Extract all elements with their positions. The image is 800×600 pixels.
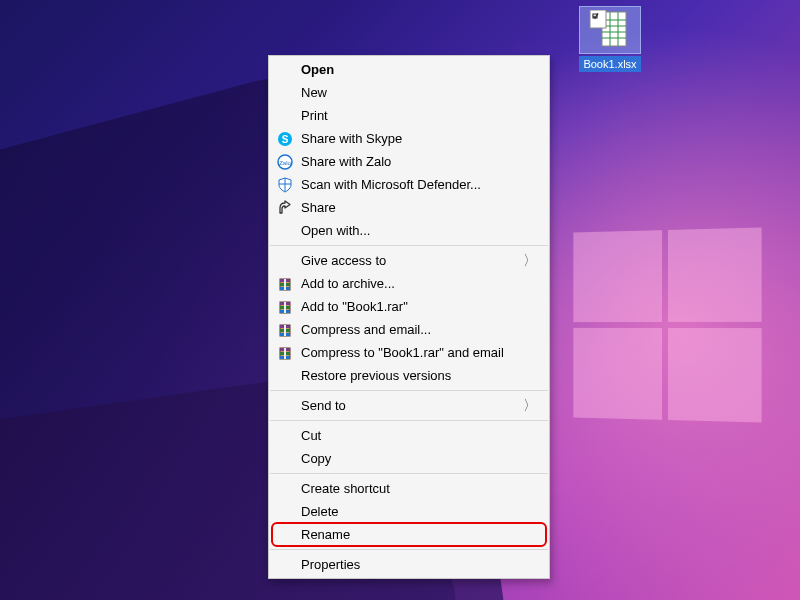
blank-icon bbox=[275, 61, 295, 79]
rar-icon bbox=[275, 321, 295, 339]
menu-item-delete[interactable]: Delete bbox=[269, 500, 549, 523]
blank-icon bbox=[275, 222, 295, 240]
context-menu: OpenNewPrintSShare with SkypeZaloShare w… bbox=[268, 55, 550, 579]
menu-item-label: New bbox=[301, 85, 537, 100]
blank-icon bbox=[275, 427, 295, 445]
rar-icon bbox=[275, 275, 295, 293]
menu-item-label: Open bbox=[301, 62, 537, 77]
menu-item-skype[interactable]: SShare with Skype bbox=[269, 127, 549, 150]
menu-item-addarchive[interactable]: Add to archive... bbox=[269, 272, 549, 295]
menu-item-rename[interactable]: Rename bbox=[269, 523, 549, 546]
menu-item-sendto[interactable]: Send to〉 bbox=[269, 394, 549, 417]
menu-item-compressbook1email[interactable]: Compress to "Book1.rar" and email bbox=[269, 341, 549, 364]
menu-item-label: Restore previous versions bbox=[301, 368, 537, 383]
menu-item-share[interactable]: Share bbox=[269, 196, 549, 219]
menu-separator bbox=[270, 549, 548, 550]
menu-item-print[interactable]: Print bbox=[269, 104, 549, 127]
blank-icon bbox=[275, 450, 295, 468]
blank-icon bbox=[275, 480, 295, 498]
desktop[interactable]: Book1.xlsx OpenNewPrintSShare with Skype… bbox=[0, 0, 800, 600]
chevron-right-icon: 〉 bbox=[515, 252, 537, 270]
excel-file-icon bbox=[579, 6, 641, 54]
svg-text:Zalo: Zalo bbox=[279, 160, 291, 166]
menu-item-label: Compress and email... bbox=[301, 322, 537, 337]
rar-icon bbox=[275, 344, 295, 362]
zalo-icon: Zalo bbox=[275, 153, 295, 171]
menu-separator bbox=[270, 245, 548, 246]
blank-icon bbox=[275, 556, 295, 574]
skype-icon: S bbox=[275, 130, 295, 148]
shield-icon bbox=[275, 176, 295, 194]
windows-logo bbox=[573, 227, 761, 422]
menu-item-cut[interactable]: Cut bbox=[269, 424, 549, 447]
blank-icon bbox=[275, 84, 295, 102]
svg-rect-7 bbox=[590, 10, 606, 28]
menu-item-properties[interactable]: Properties bbox=[269, 553, 549, 576]
menu-item-label: Open with... bbox=[301, 223, 537, 238]
menu-item-label: Send to bbox=[301, 398, 515, 413]
menu-item-copy[interactable]: Copy bbox=[269, 447, 549, 470]
menu-item-restore[interactable]: Restore previous versions bbox=[269, 364, 549, 387]
menu-item-addbook1rar[interactable]: Add to "Book1.rar" bbox=[269, 295, 549, 318]
menu-item-openwith[interactable]: Open with... bbox=[269, 219, 549, 242]
menu-item-label: Delete bbox=[301, 504, 537, 519]
menu-item-label: Compress to "Book1.rar" and email bbox=[301, 345, 537, 360]
svg-rect-33 bbox=[284, 348, 286, 359]
menu-item-label: Add to archive... bbox=[301, 276, 537, 291]
menu-item-zalo[interactable]: ZaloShare with Zalo bbox=[269, 150, 549, 173]
menu-item-label: Add to "Book1.rar" bbox=[301, 299, 537, 314]
menu-separator bbox=[270, 420, 548, 421]
menu-item-label: Create shortcut bbox=[301, 481, 537, 496]
menu-separator bbox=[270, 390, 548, 391]
svg-text:S: S bbox=[282, 134, 289, 145]
rar-icon bbox=[275, 298, 295, 316]
blank-icon bbox=[275, 252, 295, 270]
menu-item-label: Copy bbox=[301, 451, 537, 466]
menu-item-label: Properties bbox=[301, 557, 537, 572]
svg-rect-18 bbox=[284, 279, 286, 290]
menu-item-compressemail[interactable]: Compress and email... bbox=[269, 318, 549, 341]
svg-rect-23 bbox=[284, 302, 286, 313]
menu-item-label: Share with Skype bbox=[301, 131, 537, 146]
menu-item-defender[interactable]: Scan with Microsoft Defender... bbox=[269, 173, 549, 196]
menu-item-giveaccess[interactable]: Give access to〉 bbox=[269, 249, 549, 272]
blank-icon bbox=[275, 397, 295, 415]
blank-icon bbox=[275, 367, 295, 385]
menu-item-label: Share bbox=[301, 200, 537, 215]
menu-item-label: Print bbox=[301, 108, 537, 123]
menu-item-label: Give access to bbox=[301, 253, 515, 268]
menu-separator bbox=[270, 473, 548, 474]
menu-item-label: Rename bbox=[301, 527, 537, 542]
chevron-right-icon: 〉 bbox=[515, 397, 537, 415]
desktop-file-book1[interactable]: Book1.xlsx bbox=[575, 6, 645, 72]
menu-item-open[interactable]: Open bbox=[269, 58, 549, 81]
menu-item-shortcut[interactable]: Create shortcut bbox=[269, 477, 549, 500]
share-icon bbox=[275, 199, 295, 217]
blank-icon bbox=[275, 107, 295, 125]
menu-item-new[interactable]: New bbox=[269, 81, 549, 104]
svg-rect-28 bbox=[284, 325, 286, 336]
desktop-file-label: Book1.xlsx bbox=[579, 56, 640, 72]
blank-icon bbox=[275, 503, 295, 521]
menu-item-label: Share with Zalo bbox=[301, 154, 537, 169]
menu-item-label: Cut bbox=[301, 428, 537, 443]
blank-icon bbox=[275, 526, 295, 544]
menu-item-label: Scan with Microsoft Defender... bbox=[301, 177, 537, 192]
